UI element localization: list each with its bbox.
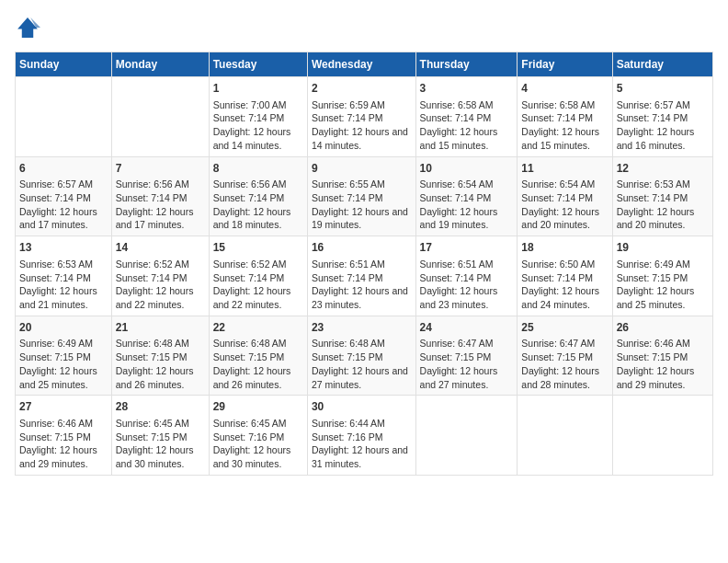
day-cell: 18Sunrise: 6:50 AM Sunset: 7:14 PM Dayli… [518,236,612,316]
day-cell: 9Sunrise: 6:55 AM Sunset: 7:14 PM Daylig… [307,156,415,236]
day-info: Sunrise: 7:00 AM Sunset: 7:14 PM Dayligh… [213,98,303,153]
day-cell: 7Sunrise: 6:56 AM Sunset: 7:14 PM Daylig… [111,156,209,236]
day-number: 12 [617,161,709,177]
day-cell: 15Sunrise: 6:52 AM Sunset: 7:14 PM Dayli… [209,236,307,316]
day-info: Sunrise: 6:58 AM Sunset: 7:14 PM Dayligh… [420,98,514,153]
day-info: Sunrise: 6:57 AM Sunset: 7:14 PM Dayligh… [617,98,709,153]
day-cell [16,77,112,157]
day-info: Sunrise: 6:48 AM Sunset: 7:15 PM Dayligh… [116,337,205,391]
column-header-wednesday: Wednesday [307,52,415,77]
day-number: 26 [617,320,709,336]
column-header-saturday: Saturday [612,52,712,77]
day-cell: 23Sunrise: 6:48 AM Sunset: 7:15 PM Dayli… [307,316,415,396]
day-info: Sunrise: 6:49 AM Sunset: 7:15 PM Dayligh… [19,337,108,391]
day-info: Sunrise: 6:45 AM Sunset: 7:15 PM Dayligh… [116,417,205,471]
day-cell: 3Sunrise: 6:58 AM Sunset: 7:14 PM Daylig… [415,77,518,157]
day-cell: 10Sunrise: 6:54 AM Sunset: 7:14 PM Dayli… [415,156,518,236]
day-cell: 24Sunrise: 6:47 AM Sunset: 7:15 PM Dayli… [415,316,518,396]
day-cell: 27Sunrise: 6:46 AM Sunset: 7:15 PM Dayli… [16,396,112,476]
page-header [15,15,713,40]
day-info: Sunrise: 6:52 AM Sunset: 7:14 PM Dayligh… [213,258,303,312]
day-number: 8 [213,161,303,177]
day-cell: 4Sunrise: 6:58 AM Sunset: 7:14 PM Daylig… [518,77,612,157]
day-cell: 6Sunrise: 6:57 AM Sunset: 7:14 PM Daylig… [16,156,112,236]
day-number: 2 [312,81,412,97]
day-cell [612,396,712,476]
day-info: Sunrise: 6:48 AM Sunset: 7:15 PM Dayligh… [312,337,412,391]
day-info: Sunrise: 6:47 AM Sunset: 7:15 PM Dayligh… [420,337,514,391]
day-number: 11 [521,161,608,177]
day-cell: 14Sunrise: 6:52 AM Sunset: 7:14 PM Dayli… [111,236,209,316]
day-cell: 25Sunrise: 6:47 AM Sunset: 7:15 PM Dayli… [518,316,612,396]
day-info: Sunrise: 6:45 AM Sunset: 7:16 PM Dayligh… [213,417,303,471]
day-number: 7 [116,161,205,177]
day-cell: 2Sunrise: 6:59 AM Sunset: 7:14 PM Daylig… [307,77,415,157]
day-info: Sunrise: 6:54 AM Sunset: 7:14 PM Dayligh… [521,178,608,232]
day-number: 10 [420,161,514,177]
svg-marker-0 [17,17,38,38]
day-cell: 13Sunrise: 6:53 AM Sunset: 7:14 PM Dayli… [16,236,112,316]
day-cell: 16Sunrise: 6:51 AM Sunset: 7:14 PM Dayli… [307,236,415,316]
day-number: 13 [19,240,108,256]
day-info: Sunrise: 6:48 AM Sunset: 7:15 PM Dayligh… [213,337,303,391]
day-number: 16 [312,240,412,256]
week-row-1: 1Sunrise: 7:00 AM Sunset: 7:14 PM Daylig… [16,77,713,157]
day-cell: 12Sunrise: 6:53 AM Sunset: 7:14 PM Dayli… [612,156,712,236]
day-info: Sunrise: 6:58 AM Sunset: 7:14 PM Dayligh… [521,98,608,153]
day-cell: 21Sunrise: 6:48 AM Sunset: 7:15 PM Dayli… [111,316,209,396]
day-info: Sunrise: 6:56 AM Sunset: 7:14 PM Dayligh… [116,178,205,232]
day-cell: 22Sunrise: 6:48 AM Sunset: 7:15 PM Dayli… [209,316,307,396]
day-number: 21 [116,320,205,336]
day-cell: 28Sunrise: 6:45 AM Sunset: 7:15 PM Dayli… [111,396,209,476]
day-number: 9 [312,161,412,177]
day-number: 3 [420,81,514,97]
day-cell: 30Sunrise: 6:44 AM Sunset: 7:16 PM Dayli… [307,396,415,476]
day-cell: 19Sunrise: 6:49 AM Sunset: 7:15 PM Dayli… [612,236,712,316]
day-number: 1 [213,81,303,97]
day-info: Sunrise: 6:55 AM Sunset: 7:14 PM Dayligh… [312,178,412,232]
day-cell: 26Sunrise: 6:46 AM Sunset: 7:15 PM Dayli… [612,316,712,396]
day-cell: 11Sunrise: 6:54 AM Sunset: 7:14 PM Dayli… [518,156,612,236]
week-row-4: 20Sunrise: 6:49 AM Sunset: 7:15 PM Dayli… [16,316,713,396]
day-cell [518,396,612,476]
day-number: 15 [213,240,303,256]
day-info: Sunrise: 6:49 AM Sunset: 7:15 PM Dayligh… [617,258,709,312]
calendar-table: SundayMondayTuesdayWednesdayThursdayFrid… [15,52,713,476]
logo-icon [15,15,40,40]
day-number: 4 [521,81,608,97]
day-cell: 1Sunrise: 7:00 AM Sunset: 7:14 PM Daylig… [209,77,307,157]
day-number: 17 [420,240,514,256]
day-cell: 5Sunrise: 6:57 AM Sunset: 7:14 PM Daylig… [612,77,712,157]
column-header-tuesday: Tuesday [209,52,307,77]
day-info: Sunrise: 6:57 AM Sunset: 7:14 PM Dayligh… [19,178,108,232]
column-header-friday: Friday [518,52,612,77]
header-row: SundayMondayTuesdayWednesdayThursdayFrid… [16,52,713,77]
week-row-2: 6Sunrise: 6:57 AM Sunset: 7:14 PM Daylig… [16,156,713,236]
day-info: Sunrise: 6:59 AM Sunset: 7:14 PM Dayligh… [312,98,412,153]
day-cell [111,77,209,157]
day-number: 18 [521,240,608,256]
day-info: Sunrise: 6:47 AM Sunset: 7:15 PM Dayligh… [521,337,608,391]
day-number: 5 [617,81,709,97]
column-header-monday: Monday [111,52,209,77]
day-number: 27 [19,399,108,415]
day-number: 22 [213,320,303,336]
day-number: 25 [521,320,608,336]
day-cell: 17Sunrise: 6:51 AM Sunset: 7:14 PM Dayli… [415,236,518,316]
day-cell [415,396,518,476]
day-info: Sunrise: 6:50 AM Sunset: 7:14 PM Dayligh… [521,258,608,312]
day-number: 19 [617,240,709,256]
day-number: 29 [213,399,303,415]
logo [15,15,44,40]
day-cell: 20Sunrise: 6:49 AM Sunset: 7:15 PM Dayli… [16,316,112,396]
day-info: Sunrise: 6:46 AM Sunset: 7:15 PM Dayligh… [19,417,108,471]
day-info: Sunrise: 6:44 AM Sunset: 7:16 PM Dayligh… [312,417,412,471]
day-cell: 8Sunrise: 6:56 AM Sunset: 7:14 PM Daylig… [209,156,307,236]
column-header-thursday: Thursday [415,52,518,77]
day-info: Sunrise: 6:53 AM Sunset: 7:14 PM Dayligh… [617,178,709,232]
day-info: Sunrise: 6:51 AM Sunset: 7:14 PM Dayligh… [420,258,514,312]
day-info: Sunrise: 6:46 AM Sunset: 7:15 PM Dayligh… [617,337,709,391]
day-number: 30 [312,399,412,415]
day-cell: 29Sunrise: 6:45 AM Sunset: 7:16 PM Dayli… [209,396,307,476]
week-row-5: 27Sunrise: 6:46 AM Sunset: 7:15 PM Dayli… [16,396,713,476]
